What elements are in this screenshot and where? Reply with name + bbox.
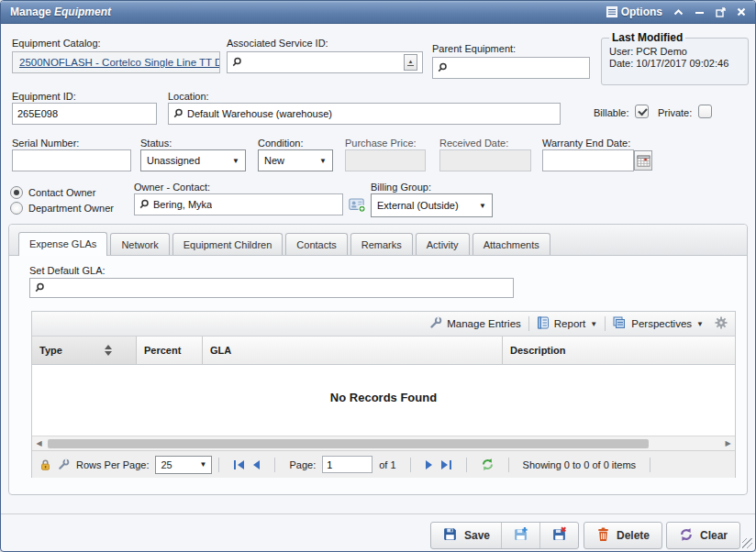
- sort-icon: [105, 345, 112, 356]
- tab-network[interactable]: Network: [110, 233, 169, 255]
- horizontal-scrollbar[interactable]: ◀ ▶: [32, 436, 735, 450]
- window-title: Manage Equipment: [10, 6, 111, 18]
- parent-equipment-label: Parent Equipment:: [432, 43, 516, 54]
- caret-down-icon: ▼: [696, 320, 704, 328]
- save-add-floppy-icon: [513, 526, 528, 545]
- expense-gla-grid: Manage Entries Report ▼ Perspectives ▼: [31, 311, 736, 478]
- billable-checkbox[interactable]: [635, 105, 649, 118]
- calendar-button[interactable]: [634, 150, 652, 171]
- refresh-button[interactable]: [481, 458, 495, 471]
- pager-separator: [410, 458, 411, 472]
- radio-selected-icon: [10, 186, 23, 199]
- column-header-gla[interactable]: GLA: [203, 337, 503, 364]
- grid-pagination-bar: Rows Per Page: 25 ▼ Page: of 1 Showing: [32, 450, 735, 478]
- tab-panel: Expense GLAs Network Equipment Children …: [8, 224, 748, 495]
- rows-per-page-label: Rows Per Page:: [76, 459, 149, 470]
- column-header-percent[interactable]: Percent: [137, 337, 203, 364]
- condition-value: New: [264, 155, 284, 166]
- equipment-id-input[interactable]: [12, 103, 157, 125]
- minimize-icon[interactable]: [695, 8, 705, 17]
- resize-handle[interactable]: [742, 538, 752, 548]
- calendar-icon: [637, 154, 650, 167]
- warranty-end-date-input[interactable]: [542, 149, 634, 171]
- add-contact-button[interactable]: [348, 195, 366, 214]
- private-label: Private:: [658, 107, 692, 118]
- set-default-gla-field[interactable]: [29, 278, 514, 298]
- search-icon: [139, 199, 150, 211]
- tab-contacts[interactable]: Contacts: [285, 233, 347, 255]
- last-modified-legend: Last Modified: [609, 31, 685, 44]
- contact-owner-radio[interactable]: Contact Owner: [10, 186, 95, 199]
- grid-settings-button[interactable]: [715, 316, 728, 331]
- perspectives-button[interactable]: Perspectives ▼: [613, 316, 704, 331]
- first-page-button[interactable]: [233, 459, 245, 470]
- caret-down-icon: ▼: [590, 320, 597, 328]
- clear-refresh-icon: [679, 527, 694, 545]
- page-label: Page:: [289, 459, 316, 470]
- warranty-end-date-label: Warranty End Date:: [542, 138, 630, 149]
- scroll-right-arrow-icon[interactable]: ▶: [721, 439, 735, 447]
- condition-select[interactable]: New ▼: [258, 149, 333, 171]
- tab-equipment-children[interactable]: Equipment Children: [172, 233, 284, 255]
- title-bar[interactable]: Manage Equipment Options: [1, 1, 755, 24]
- toolbar-separator: [528, 316, 529, 331]
- tab-expense-glas[interactable]: Expense GLAs: [18, 232, 107, 256]
- wrench-icon[interactable]: [58, 458, 70, 470]
- contact-owner-label: Contact Owner: [28, 187, 95, 198]
- owner-contact-field[interactable]: Bering, Myka: [134, 193, 343, 215]
- pager-separator: [650, 458, 650, 472]
- service-id-stepper-button[interactable]: ▲: [404, 54, 417, 71]
- grid-body: No Records Found: [32, 365, 735, 436]
- billing-group-value: External (Outside): [377, 200, 459, 211]
- pager-separator: [466, 458, 467, 472]
- equipment-catalog-link[interactable]: 2500NOFLASH - Cortelco Single Line TT D.…: [19, 57, 220, 68]
- pager-separator: [508, 458, 509, 472]
- last-modified-user: User: PCR Demo: [609, 46, 740, 57]
- tab-activity[interactable]: Activity: [416, 233, 470, 255]
- clear-button[interactable]: Clear: [666, 522, 740, 549]
- trash-icon: [596, 526, 610, 545]
- popout-icon[interactable]: [716, 7, 726, 17]
- tab-attachments[interactable]: Attachments: [472, 233, 550, 255]
- status-select[interactable]: Unassigned ▼: [140, 149, 246, 171]
- location-field[interactable]: Default Warehouse (warehouse): [168, 103, 561, 125]
- save-button[interactable]: Save: [431, 523, 501, 548]
- previous-page-button[interactable]: [251, 459, 261, 470]
- search-icon: [35, 282, 45, 294]
- column-header-type[interactable]: Type: [32, 337, 137, 364]
- condition-label: Condition:: [258, 138, 304, 149]
- scrollbar-thumb[interactable]: [48, 439, 649, 448]
- search-icon: [232, 57, 242, 69]
- collapse-chevron-icon[interactable]: [673, 8, 684, 17]
- manage-entries-button[interactable]: Manage Entries: [429, 316, 521, 331]
- delete-button[interactable]: Delete: [584, 522, 662, 549]
- toolbar-separator: [605, 316, 606, 331]
- search-icon: [438, 62, 448, 74]
- serial-number-input[interactable]: [12, 149, 131, 171]
- private-checkbox[interactable]: [698, 105, 712, 118]
- pager-separator: [274, 458, 275, 472]
- save-and-new-button[interactable]: [501, 523, 539, 548]
- report-button[interactable]: Report ▼: [537, 316, 597, 331]
- rows-per-page-select[interactable]: 25 ▼: [155, 456, 212, 474]
- no-records-message: No Records Found: [32, 391, 735, 404]
- column-header-description[interactable]: Description: [503, 337, 735, 364]
- billing-group-select[interactable]: External (Outside) ▼: [371, 193, 493, 217]
- last-modified-date: Date: 10/17/2017 09:02:46: [609, 58, 740, 69]
- close-icon[interactable]: [737, 7, 746, 17]
- options-button[interactable]: Options: [606, 6, 662, 18]
- next-page-button[interactable]: [425, 459, 434, 470]
- received-date-input: [439, 149, 531, 171]
- associated-service-id-field[interactable]: ▲: [227, 51, 423, 73]
- grid-toolbar: Manage Entries Report ▼ Perspectives ▼: [32, 312, 735, 337]
- lock-icon[interactable]: [39, 458, 51, 471]
- save-and-close-button[interactable]: [539, 523, 578, 548]
- department-owner-radio[interactable]: Department Owner: [10, 202, 114, 215]
- tab-strip: Expense GLAs Network Equipment Children …: [9, 225, 747, 256]
- page-of-label: of 1: [379, 459, 395, 470]
- parent-equipment-field[interactable]: [432, 57, 590, 79]
- scroll-left-arrow-icon[interactable]: ◀: [32, 439, 46, 447]
- tab-remarks[interactable]: Remarks: [350, 233, 413, 255]
- last-page-button[interactable]: [440, 459, 452, 470]
- page-number-input[interactable]: [322, 456, 372, 473]
